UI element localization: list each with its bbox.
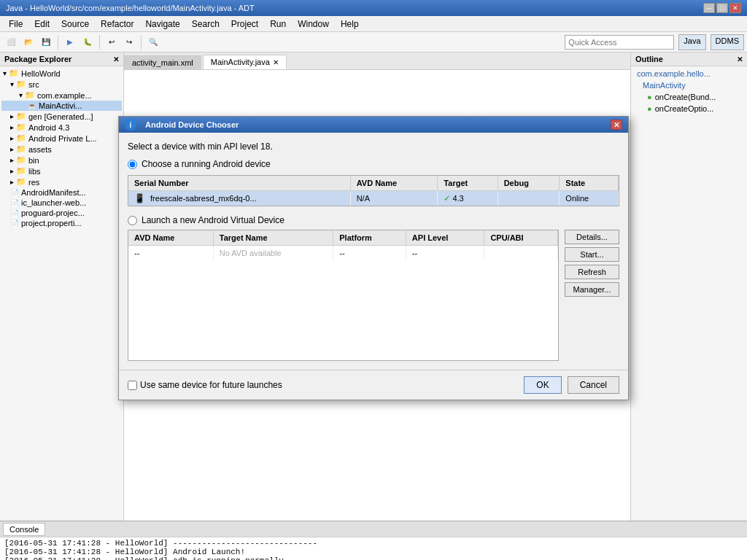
tb-redo[interactable]: ↪ xyxy=(121,34,137,50)
tree-helloworld[interactable]: ▾ HelloWorld xyxy=(1,68,122,79)
menu-file[interactable]: File xyxy=(3,18,28,31)
avd-col-name: AVD Name xyxy=(128,230,213,246)
tree-bin[interactable]: ▸ bin xyxy=(1,155,122,166)
folder-icon xyxy=(16,79,26,89)
avd-col-api: API Level xyxy=(406,230,484,246)
menu-window[interactable]: Window xyxy=(292,18,335,31)
tb-search[interactable]: 🔍 xyxy=(145,34,161,50)
outline-oncreateoptions[interactable]: ● onCreateOptio... xyxy=(632,103,746,114)
outline-package[interactable]: com.example.hello... xyxy=(632,68,746,79)
refresh-button[interactable]: Refresh xyxy=(565,265,619,279)
radio-running-label: Choose a running Android device xyxy=(142,159,271,169)
tb-save[interactable]: 💾 xyxy=(38,34,54,50)
menu-source[interactable]: Source xyxy=(55,18,95,31)
expand-icon: ▸ xyxy=(10,134,14,142)
expand-icon: ▸ xyxy=(10,156,14,164)
manager-button[interactable]: Manager... xyxy=(565,282,619,297)
editor-tab-bar: activity_main.xml MainActivity.java ✕ xyxy=(124,52,630,70)
tb-new[interactable]: ⬜ xyxy=(3,34,19,50)
tree-android-private[interactable]: ▸ Android Private L... xyxy=(1,133,122,144)
running-devices-table-container: Serial Number AVD Name Target Debug Stat… xyxy=(128,175,619,206)
menu-edit[interactable]: Edit xyxy=(28,18,55,31)
radio-avd[interactable]: Launch a new Android Virtual Device xyxy=(128,215,619,225)
outline-class[interactable]: MainActivity xyxy=(632,79,746,91)
folder-icon xyxy=(16,177,26,187)
col-debug: Debug xyxy=(498,176,560,191)
tree-android43[interactable]: ▸ Android 4.3 xyxy=(1,122,122,133)
radio-running-input[interactable] xyxy=(128,160,137,169)
tb-open[interactable]: 📂 xyxy=(20,34,36,50)
close-button[interactable]: ✕ xyxy=(729,3,741,13)
expand-icon: ▸ xyxy=(10,167,14,175)
col-avdname: AVD Name xyxy=(350,176,438,191)
tb-debug[interactable]: 🐛 xyxy=(80,34,96,50)
running-devices-table: Serial Number AVD Name Target Debug Stat… xyxy=(128,176,619,206)
modal-footer-buttons: OK Cancel xyxy=(524,376,619,394)
expand-icon: ▾ xyxy=(10,80,14,88)
tab-activity-main-xml-label: activity_main.xml xyxy=(132,58,193,67)
tree-proguard[interactable]: proguard-projec... xyxy=(1,208,122,218)
tab-mainactivity-java[interactable]: MainActivity.java ✕ xyxy=(203,55,287,69)
menu-run[interactable]: Run xyxy=(264,18,292,31)
quick-access-input[interactable] xyxy=(565,35,674,50)
tab-close-icon[interactable]: ✕ xyxy=(273,58,279,66)
folder-icon xyxy=(16,166,26,176)
menu-search[interactable]: Search xyxy=(186,18,225,31)
ok-button[interactable]: OK xyxy=(524,376,561,394)
modal-title-bar: i Android Device Chooser ✕ xyxy=(119,117,628,133)
expand-icon: ▾ xyxy=(3,69,7,77)
tb-run[interactable]: ▶ xyxy=(62,34,78,50)
tree-assets[interactable]: ▸ assets xyxy=(1,144,122,155)
modal-title: Android Device Chooser xyxy=(145,120,239,129)
tb-separator-1 xyxy=(58,35,58,50)
menu-project[interactable]: Project xyxy=(225,18,264,31)
radio-running-device[interactable]: Choose a running Android device xyxy=(128,159,619,169)
modal-close-button[interactable]: ✕ xyxy=(611,120,622,130)
modal-subtitle: Select a device with min API level 18. xyxy=(128,141,619,152)
tree-project-props[interactable]: project.properti... xyxy=(1,218,122,228)
details-button[interactable]: Details... xyxy=(565,230,619,244)
file-icon xyxy=(10,189,19,197)
menu-help[interactable]: Help xyxy=(335,18,365,31)
outline-title: Outline xyxy=(635,55,663,63)
tree-mainactivity[interactable]: MainActivi... xyxy=(1,101,122,111)
cancel-button[interactable]: Cancel xyxy=(568,376,619,394)
menu-refactor[interactable]: Refactor xyxy=(95,18,139,31)
minimize-button[interactable]: ─ xyxy=(703,3,715,13)
col-serial: Serial Number xyxy=(128,176,350,191)
tab-activity-main-xml[interactable]: activity_main.xml xyxy=(124,55,201,69)
tree-gen[interactable]: ▸ gen [Generated...] xyxy=(1,111,122,122)
avd-col-platform: Platform xyxy=(333,230,406,246)
radio-avd-input[interactable] xyxy=(128,216,137,225)
menu-navigate[interactable]: Navigate xyxy=(139,18,185,31)
package-explorer-header: Package Explorer ✕ xyxy=(0,52,123,66)
maximize-button[interactable]: □ xyxy=(716,3,728,13)
tb-separator-2 xyxy=(99,35,100,50)
device-state: Online xyxy=(560,191,619,206)
tree-src[interactable]: ▾ src xyxy=(1,79,122,90)
ddms-perspective-button[interactable]: DDMS xyxy=(711,34,744,50)
tree-iclauncher[interactable]: ic_launcher-web... xyxy=(1,198,122,208)
same-device-checkbox[interactable] xyxy=(128,381,137,390)
tab-mainactivity-java-label: MainActivity.java xyxy=(211,58,270,66)
start-button[interactable]: Start... xyxy=(565,247,619,262)
expand-icon: ▸ xyxy=(10,178,14,186)
device-row-1[interactable]: 📱 freescale-sabresd_mx6dq-0... N/A 4.3 O… xyxy=(128,191,619,206)
console-line-1: [2016-05-31 17:41:28 - HelloWorld] -----… xyxy=(4,539,743,548)
folder-icon xyxy=(16,144,26,154)
tree-package[interactable]: ▾ com.example... xyxy=(1,90,122,101)
tb-undo[interactable]: ↩ xyxy=(104,34,120,50)
avd-empty-col4: -- xyxy=(406,246,484,261)
tree-libs[interactable]: ▸ libs xyxy=(1,166,122,176)
console-tab-bar: Console xyxy=(0,521,747,537)
outline-oncreate[interactable]: ● onCreate(Bund... xyxy=(632,91,746,103)
console-tab[interactable]: Console xyxy=(3,523,45,536)
avd-empty-col5 xyxy=(484,246,558,261)
col-state: State xyxy=(560,176,619,191)
package-explorer-close[interactable]: ✕ xyxy=(113,55,119,63)
console-line-3: [2016-05-31 17:41:28 - HelloWorld] adb i… xyxy=(4,556,743,560)
tree-res[interactable]: ▸ res xyxy=(1,176,122,187)
tree-androidmanifest[interactable]: AndroidManifest... xyxy=(1,187,122,198)
java-perspective-button[interactable]: Java xyxy=(678,34,705,50)
outline-close[interactable]: ✕ xyxy=(737,55,743,63)
